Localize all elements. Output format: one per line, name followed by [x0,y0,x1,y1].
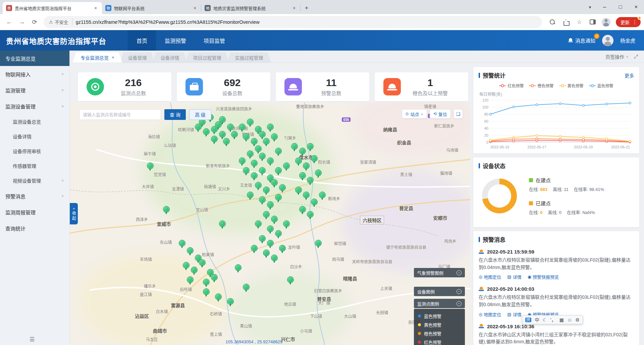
monitor-point-marker-icon[interactable] [203,128,209,136]
favorite-star-icon[interactable]: ☆ [574,16,585,28]
frame-select-icon[interactable]: ❏ [453,109,463,119]
window-close-button[interactable]: × [628,0,644,14]
ime-icon[interactable]: 拼 [525,318,531,322]
page-tab[interactable]: 实施过程管理 [227,52,271,63]
sidebar-subitem[interactable]: 传感器管理 [0,158,69,173]
points-legend-header[interactable]: 监测点图例 − [414,299,465,308]
monitor-point-marker-icon[interactable] [267,124,273,132]
notifications-button[interactable]: 消息通知 0 [568,37,595,44]
monitor-point-marker-icon[interactable] [279,245,285,253]
message-link-1[interactable]: ◎地图定位 [479,311,501,318]
monitor-point-marker-icon[interactable] [295,157,302,165]
page-tab[interactable]: 设备管理 [120,52,155,63]
monitor-point-marker-icon[interactable] [295,187,302,195]
app-nav-item-监测预警[interactable]: 监测预警 [156,30,195,51]
monitor-point-marker-icon[interactable] [186,276,193,284]
monitor-point-marker-icon[interactable] [191,267,197,275]
monitor-point-marker-icon[interactable] [251,160,257,168]
more-link[interactable]: 更多 [625,72,634,79]
monitor-point-marker-icon[interactable] [182,262,189,270]
browser-tab[interactable]: 地地质灾害监测预警管理系统× [201,2,301,14]
monitor-point-marker-icon[interactable] [303,192,309,200]
monitor-point-marker-icon[interactable] [251,138,257,146]
message-link-3[interactable]: ◉预警快报预览 [528,274,559,280]
monitor-point-marker-icon[interactable] [211,274,217,282]
kebab-menu-icon[interactable]: ⋮ [632,19,637,25]
browser-update-button[interactable]: 更新 ⋮ [616,17,641,27]
monitor-point-marker-icon[interactable] [263,250,269,258]
monitor-point-marker-icon[interactable] [299,172,306,180]
monitor-point-marker-icon[interactable] [259,167,265,175]
monitor-point-marker-icon[interactable] [275,167,281,175]
monitor-point-marker-icon[interactable] [259,153,265,161]
monitor-point-marker-icon[interactable] [227,298,233,306]
browser-tab[interactable]: 物物联网平台系统× [102,2,201,14]
monitor-point-marker-icon[interactable] [203,288,209,296]
fullscreen-icon[interactable]: ⤢ [634,54,638,60]
ime-icon[interactable]: ’， [550,318,556,322]
monitor-point-marker-icon[interactable] [238,157,245,165]
monitor-point-marker-icon[interactable] [263,187,269,195]
sidebar-item[interactable]: 监测周报管理 [0,204,69,220]
monitor-point-marker-icon[interactable] [267,225,273,233]
monitor-point-marker-icon[interactable] [299,148,306,156]
monitor-point-marker-icon[interactable] [307,177,313,185]
zoom-icon[interactable] [547,16,558,28]
profile-avatar[interactable] [600,16,612,28]
query-button[interactable]: 查 询 [164,109,186,120]
monitor-point-marker-icon[interactable] [311,199,317,207]
monitor-point-marker-icon[interactable] [307,143,313,151]
monitor-point-marker-icon[interactable] [315,169,321,178]
weather-legend-header[interactable]: 气象预警图例 − [414,268,465,277]
monitor-point-marker-icon[interactable] [195,124,201,132]
advanced-button[interactable]: 高 级 [189,109,211,120]
monitor-point-marker-icon[interactable] [259,196,265,204]
page-tab[interactable]: 项目过程管理 [185,52,229,63]
sidebar-subitem[interactable]: 设备详情 [0,129,69,144]
monitor-point-marker-icon[interactable] [283,162,289,170]
monitor-point-marker-icon[interactable] [178,240,185,248]
tab-close-icon[interactable]: × [112,55,114,60]
tab-close-icon[interactable]: × [192,5,198,11]
chart-legend-item[interactable]: 红色预警 [499,83,524,88]
sidebar-subitem[interactable]: 视频设备管理∨ [0,173,69,188]
monitor-point-marker-icon[interactable] [251,172,257,180]
tab-actions-dropdown[interactable]: 页签操作 ∨ [605,53,629,60]
monitor-point-marker-icon[interactable] [219,116,225,124]
monitor-point-marker-icon[interactable] [219,220,225,228]
ime-icon[interactable]: ▦ [559,318,564,322]
tab-close-icon[interactable]: × [291,5,297,11]
monitor-point-marker-icon[interactable] [255,145,261,153]
message-link-1[interactable]: ◎地图定位 [479,274,501,280]
map[interactable]: 哈喇河镇海拉镇么站镇麻乍镇兴发苗族彝族回族乡苗族自治县猴场镇勺窝乡董地苗族彝族乡… [70,102,470,345]
sidebar-item[interactable]: 监测管理∨ [0,82,69,98]
monitor-point-marker-icon[interactable] [247,119,253,127]
monitor-point-marker-icon[interactable] [243,167,249,175]
address-bar[interactable]: ⚠ 不安全 gz1155.cn/xzlframe?http%3A%2F%2Fww… [44,16,542,28]
ime-icon[interactable]: ☺ [567,318,572,322]
chart-legend-item[interactable]: 橙色预警 [529,83,553,88]
monitor-point-marker-icon[interactable] [263,211,269,219]
reset-button[interactable]: ⟲ 复位 [430,109,451,119]
search-input[interactable] [79,109,161,120]
monitor-point-marker-icon[interactable] [275,230,281,238]
monitor-point-marker-icon[interactable] [271,179,277,187]
monitor-point-marker-icon[interactable] [275,148,281,156]
monitor-point-marker-icon[interactable] [227,124,233,132]
monitor-point-marker-icon[interactable] [271,216,277,224]
sidebar-item[interactable]: 预警消息∨ [0,188,69,204]
legend-toggle-icon[interactable]: − [457,270,462,275]
new-tab-button[interactable]: + [302,3,311,13]
reload-icon[interactable]: ⟳ [29,16,40,28]
monitor-point-marker-icon[interactable] [251,245,257,253]
sidebar-subitem[interactable]: 监测设备总览 [0,114,69,129]
ime-icon[interactable]: 中 [535,318,539,322]
user-avatar[interactable] [602,35,613,46]
monitor-point-marker-icon[interactable] [271,255,277,263]
ime-icon[interactable]: ⚙ [575,318,580,322]
monitor-point-marker-icon[interactable] [255,182,261,190]
message-link-2[interactable]: ▤详情 [507,274,521,280]
monitor-point-marker-icon[interactable] [263,138,269,146]
monitor-point-marker-icon[interactable] [186,247,193,255]
monitor-point-marker-icon[interactable] [247,192,253,200]
